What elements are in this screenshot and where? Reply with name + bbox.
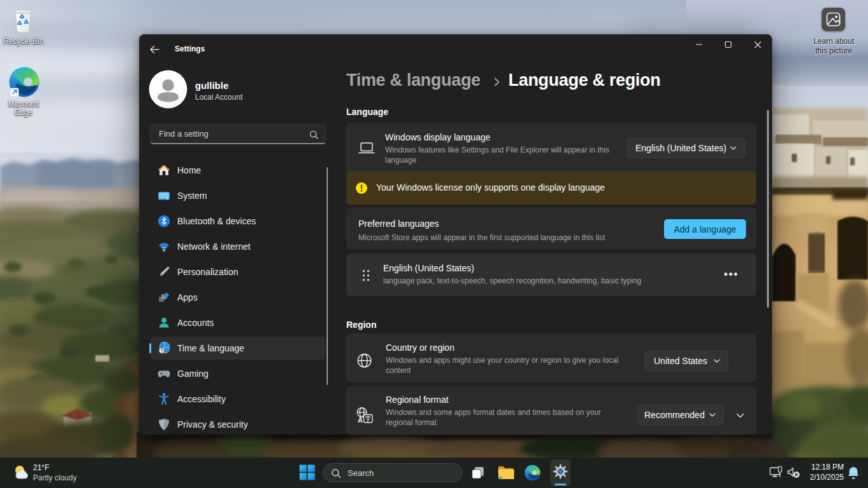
svg-text:A: A — [358, 416, 363, 424]
